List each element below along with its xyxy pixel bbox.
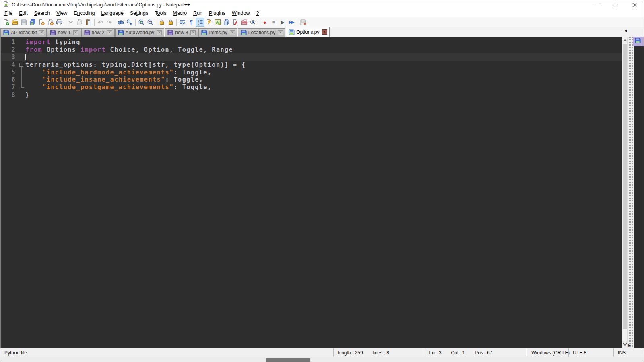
menu-language[interactable]: Language xyxy=(98,10,127,17)
tab-close-button[interactable]: × xyxy=(73,30,78,35)
menu-file[interactable]: File xyxy=(1,10,16,17)
scrollbar-thumb[interactable] xyxy=(623,44,627,329)
vertical-scrollbar[interactable] xyxy=(622,37,628,348)
code-token: "include_insane_achievements" xyxy=(42,76,165,83)
function-list-button[interactable] xyxy=(204,18,213,27)
tab-label: AP Ideas.txt xyxy=(11,30,37,35)
code-line[interactable]: 6 "include_insane_achievements": Toggle, xyxy=(1,76,622,84)
close-button[interactable] xyxy=(625,0,644,9)
floppy-icon xyxy=(3,29,9,36)
toolbar-separator xyxy=(65,19,65,26)
menu-tools[interactable]: Tools xyxy=(151,10,169,17)
show-all-characters-button[interactable]: ¶ xyxy=(187,18,196,27)
tab-ap-ideas-txt[interactable]: AP Ideas.txt× xyxy=(0,28,47,37)
save-all-button[interactable] xyxy=(28,18,37,27)
fold-collapse-icon[interactable] xyxy=(19,63,23,67)
fold-margin[interactable] xyxy=(19,61,25,69)
word-wrap-button[interactable] xyxy=(178,18,187,27)
title-bar: C:\Users\Dood\Documents\tmp\Archipelago\… xyxy=(0,0,644,9)
folder-as-workspace-button[interactable] xyxy=(240,18,249,27)
zoom-out-button[interactable] xyxy=(146,18,155,27)
file-browser-button[interactable] xyxy=(231,18,240,27)
tab-close-button[interactable]: × xyxy=(190,30,196,35)
function-list-icon xyxy=(206,19,212,25)
chevron-up-icon xyxy=(623,39,627,41)
view-splitter[interactable]: ▶ xyxy=(628,37,633,348)
code-line[interactable]: 4terraria_options: typing.Dict[str, type… xyxy=(1,61,622,69)
tab-options-py[interactable]: Options.py× xyxy=(286,27,329,37)
menu-search[interactable]: Search xyxy=(31,10,54,17)
scroll-up-button[interactable] xyxy=(622,37,627,43)
tab-label: new 1 xyxy=(58,30,70,35)
sync-vertical-scroll-button[interactable] xyxy=(157,18,166,27)
taskbar-sliver xyxy=(266,358,310,362)
tab-label: new 2 xyxy=(92,30,105,35)
paste-button[interactable] xyxy=(84,18,93,27)
svg-text:b: b xyxy=(130,22,132,25)
menu-edit[interactable]: Edit xyxy=(16,10,31,17)
monitoring-button[interactable] xyxy=(249,18,258,27)
code-line[interactable]: 8} xyxy=(1,91,622,99)
tab-close-button[interactable]: × xyxy=(278,30,283,35)
macro-play-button[interactable]: ▶ xyxy=(278,18,287,27)
document-map-button[interactable] xyxy=(213,18,222,27)
code-line[interactable]: 2from Options import Choice, Option, Tog… xyxy=(1,46,622,54)
close-icon xyxy=(38,19,45,25)
secondary-view-tabstrip[interactable] xyxy=(633,37,644,46)
tab-new-1[interactable]: new 1× xyxy=(47,28,80,37)
tab-new-2[interactable]: new 2× xyxy=(81,28,115,37)
tab-close-button[interactable]: × xyxy=(322,29,327,35)
menu-view[interactable]: View xyxy=(53,10,70,17)
tab-label: AutoWorld.py xyxy=(126,30,155,35)
floppy-icon xyxy=(288,29,295,35)
new-file-button[interactable] xyxy=(2,18,10,27)
tab-close-button[interactable]: × xyxy=(39,30,44,35)
macro-record-button[interactable]: ● xyxy=(260,18,269,27)
print-button[interactable] xyxy=(55,18,64,27)
code-editor[interactable]: 1import typing2from Options import Choic… xyxy=(0,37,622,348)
tab-bar: AP Ideas.txt×new 1×new 2×AutoWorld.py×ne… xyxy=(0,27,644,37)
menu-macro[interactable]: Macro xyxy=(169,10,190,17)
indent-guide-button[interactable] xyxy=(196,18,204,27)
restore-button[interactable] xyxy=(607,0,625,9)
open-button[interactable] xyxy=(10,18,19,27)
tab-new-3[interactable]: new 3× xyxy=(165,28,198,37)
tab-close-button[interactable]: × xyxy=(157,30,162,35)
chevron-down-icon xyxy=(623,343,627,346)
menu-encoding[interactable]: Encoding xyxy=(70,10,98,17)
tab-close-button[interactable]: × xyxy=(107,30,112,35)
replace-button[interactable]: b xyxy=(125,18,134,27)
paste-icon xyxy=(85,19,92,25)
line-number: 1 xyxy=(1,39,19,46)
scroll-down-button[interactable] xyxy=(622,341,627,348)
close-button[interactable] xyxy=(37,18,46,27)
tab-close-button[interactable]: × xyxy=(230,30,235,35)
code-line[interactable]: 7 "include_postgame_achievements": Toggl… xyxy=(1,84,622,91)
zoom-in-button[interactable] xyxy=(137,18,146,27)
find-button[interactable] xyxy=(116,18,125,27)
code-token: Options xyxy=(42,46,80,53)
close-all-button[interactable] xyxy=(46,18,55,27)
status-cursor-pos-value: Pos : 67 xyxy=(475,350,492,356)
tab-items-py[interactable]: Items.py× xyxy=(198,28,237,37)
code-line[interactable]: 5 "include_hardmode_achievements": Toggl… xyxy=(1,69,622,76)
tab-locations-py[interactable]: Locations.py× xyxy=(238,28,285,37)
code-line[interactable]: 3 xyxy=(1,53,622,61)
tab-scroll-left-icon[interactable]: ◀ xyxy=(624,29,627,33)
menu-run[interactable]: Run xyxy=(190,10,206,17)
macro-run-multiple-button[interactable]: ▶▶ xyxy=(287,18,296,27)
minimize-button[interactable] xyxy=(588,0,607,9)
menu-window[interactable]: Window xyxy=(229,10,253,17)
menu-help[interactable]: ? xyxy=(253,10,262,17)
tab-autoworld-py[interactable]: AutoWorld.py× xyxy=(115,28,165,37)
menu-settings[interactable]: Settings xyxy=(127,10,151,17)
toolbar-separator xyxy=(297,19,297,26)
code-token xyxy=(25,76,42,83)
code-line[interactable]: 1import typing xyxy=(1,39,622,46)
sync-horizontal-scroll-button[interactable] xyxy=(166,18,175,27)
scrollbar-track[interactable] xyxy=(622,43,627,341)
menu-plugins[interactable]: Plugins xyxy=(206,10,229,17)
document-list-button[interactable] xyxy=(222,18,231,27)
floppy-icon xyxy=(240,29,247,36)
secondary-view-editor[interactable] xyxy=(633,46,644,348)
